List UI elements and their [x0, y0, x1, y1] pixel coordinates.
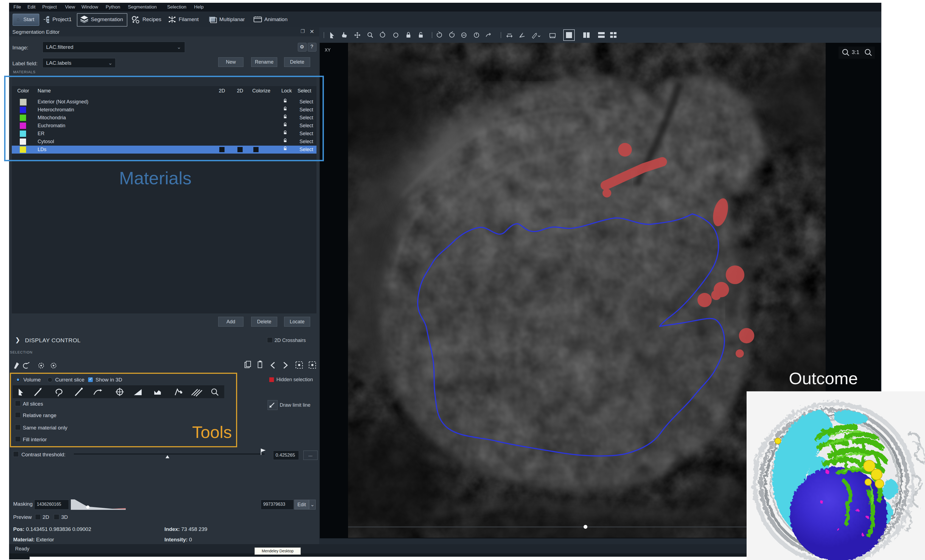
- svg-text:XY: XY: [325, 48, 331, 53]
- svg-text:3:1: 3:1: [852, 49, 859, 55]
